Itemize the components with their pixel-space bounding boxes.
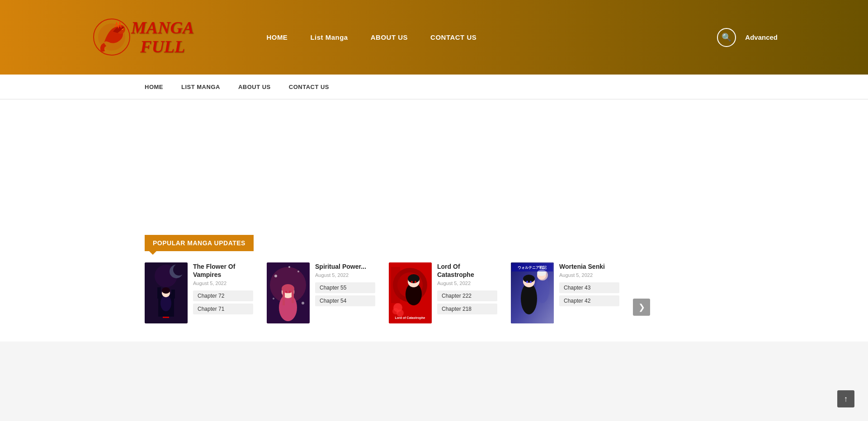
- chapter-link-42[interactable]: Chapter 42: [559, 295, 619, 306]
- manga-cover-catastrophe[interactable]: Lord of Catastrophe: [389, 262, 432, 323]
- svg-point-22: [288, 266, 290, 268]
- cover-art-wortenia: ウォルテニア戦記: [511, 262, 554, 323]
- chapter-link-72[interactable]: Chapter 72: [193, 290, 253, 301]
- svg-rect-26: [283, 290, 285, 305]
- manga-date: August 5, 2022: [437, 281, 497, 286]
- logo-wrapper: MANGA FULL: [90, 16, 266, 59]
- svg-point-36: [408, 274, 420, 283]
- svg-rect-33: [391, 267, 400, 303]
- manga-date: August 5, 2022: [559, 272, 619, 278]
- advanced-button[interactable]: Advanced: [745, 33, 778, 41]
- svg-point-29: [289, 291, 291, 293]
- sec-nav-about-us[interactable]: ABOUT US: [238, 84, 271, 90]
- svg-point-21: [302, 302, 304, 304]
- chapter-link-222[interactable]: Chapter 222: [437, 290, 497, 301]
- svg-point-50: [526, 281, 528, 283]
- manga-grid: The Flower Of Vampires August 5, 2022 Ch…: [145, 262, 723, 323]
- manga-title: The Flower Of Vampires: [193, 262, 253, 279]
- chapter-link-43[interactable]: Chapter 43: [559, 282, 619, 293]
- svg-rect-27: [292, 290, 294, 303]
- logo-text-top: MANGA: [131, 19, 194, 37]
- logo-icon: [90, 16, 133, 59]
- svg-point-8: [173, 264, 185, 276]
- chapter-link-54[interactable]: Chapter 54: [315, 295, 375, 306]
- svg-point-37: [411, 281, 413, 283]
- chapter-link-55[interactable]: Chapter 55: [315, 282, 375, 293]
- manga-cover-vampire[interactable]: [145, 262, 188, 323]
- logo-area: MANGA FULL: [90, 16, 194, 59]
- svg-point-28: [285, 291, 287, 293]
- sec-nav-contact-us[interactable]: CONTACT US: [289, 84, 329, 90]
- sec-nav-list-manga[interactable]: LIST MANGA: [181, 84, 220, 90]
- svg-rect-10: [157, 287, 161, 299]
- section-title: POPULAR MANGA UPDATES: [145, 235, 254, 251]
- manga-card-wortenia: ウォルテニア戦記 Wortenia Senki August 5, 2022 C…: [511, 262, 619, 323]
- header: MANGA FULL HOME List Manga ABOUT US CONT…: [0, 0, 868, 75]
- svg-point-49: [523, 275, 535, 283]
- svg-rect-11: [171, 290, 175, 299]
- nav-list-manga[interactable]: List Manga: [310, 33, 348, 41]
- svg-point-12: [160, 295, 171, 311]
- secondary-navigation: HOME LIST MANGA ABOUT US CONTACT US: [0, 75, 868, 99]
- next-button[interactable]: ❯: [633, 299, 650, 316]
- svg-rect-15: [163, 317, 169, 318]
- manga-info-catastrophe: Lord Of Catastrophe August 5, 2022 Chapt…: [437, 262, 497, 317]
- manga-title: Wortenia Senki: [559, 262, 619, 271]
- manga-cover-spiritual[interactable]: [267, 262, 310, 323]
- svg-point-20: [273, 298, 274, 299]
- ad-area: [0, 99, 868, 226]
- manga-info-wortenia: Wortenia Senki August 5, 2022 Chapter 43…: [559, 262, 619, 309]
- nav-home[interactable]: HOME: [266, 33, 288, 41]
- manga-card-catastrophe: Lord of Catastrophe Lord Of Catastrophe …: [389, 262, 497, 323]
- nav-contact-us[interactable]: CONTACT US: [430, 33, 476, 41]
- svg-point-42: [396, 309, 404, 317]
- chapter-link-218[interactable]: Chapter 218: [437, 304, 497, 314]
- svg-point-18: [274, 275, 277, 277]
- manga-date: August 5, 2022: [193, 281, 253, 286]
- manga-cover-wortenia[interactable]: ウォルテニア戦記: [511, 262, 554, 323]
- svg-point-47: [521, 283, 537, 314]
- svg-point-14: [162, 287, 170, 294]
- cover-art-vampire: [145, 262, 188, 323]
- svg-text:ウォルテニア戦記: ウォルテニア戦記: [518, 266, 547, 270]
- header-right: 🔍 Advanced: [717, 28, 778, 47]
- svg-point-38: [415, 281, 416, 283]
- main-navigation: HOME List Manga ABOUT US CONTACT US: [266, 33, 717, 41]
- manga-info-spiritual: Spiritual Power... August 5, 2022 Chapte…: [315, 262, 375, 309]
- popular-section: POPULAR MANGA UPDATES: [0, 226, 868, 341]
- svg-point-51: [530, 281, 532, 283]
- search-button[interactable]: 🔍: [717, 28, 736, 47]
- manga-card: The Flower Of Vampires August 5, 2022 Ch…: [145, 262, 253, 323]
- svg-text:Lord of Catastrophe: Lord of Catastrophe: [395, 316, 425, 320]
- cover-art-spiritual: [267, 262, 310, 323]
- nav-about-us[interactable]: ABOUT US: [371, 33, 408, 41]
- manga-title: Spiritual Power...: [315, 262, 375, 271]
- manga-date: August 5, 2022: [315, 272, 375, 278]
- manga-info-vampire: The Flower Of Vampires August 5, 2022 Ch…: [193, 262, 253, 317]
- manga-card-spiritual: Spiritual Power... August 5, 2022 Chapte…: [267, 262, 375, 323]
- cover-art-catastrophe: Lord of Catastrophe: [389, 262, 432, 323]
- svg-point-19: [297, 271, 299, 272]
- logo-text-bottom: FULL: [140, 37, 185, 56]
- sec-nav-home[interactable]: HOME: [145, 84, 163, 90]
- search-icon: 🔍: [722, 33, 731, 42]
- manga-title: Lord Of Catastrophe: [437, 262, 497, 279]
- chapter-link-71[interactable]: Chapter 71: [193, 304, 253, 314]
